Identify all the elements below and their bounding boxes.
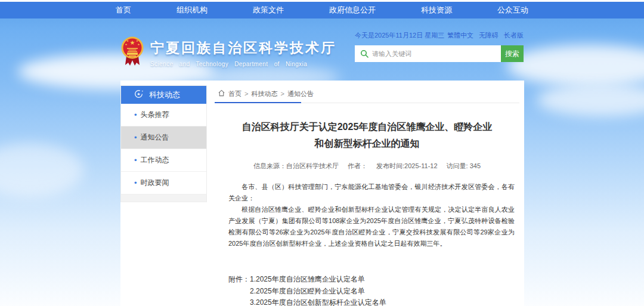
- sidebar-item-label: 时政要闻: [141, 178, 169, 188]
- page: 首页 组织机构 政策文件 政府信息公开 科技资源 公众互动 ★ ★ ★ ★ ★ …: [0, 0, 644, 306]
- sidebar-item-label: 工作动态: [141, 155, 169, 165]
- nav-item-organization[interactable]: 组织机构: [167, 5, 217, 16]
- article-visit-count: 访问量: 345: [447, 162, 481, 169]
- sidebar-item-label: 头条推荐: [141, 110, 169, 120]
- article-source: 信息来源：自治区科学技术厅: [253, 162, 339, 169]
- attachment-link-1[interactable]: 1.2025年度自治区雏鹰企业认定名单: [250, 274, 386, 285]
- home-icon: [218, 89, 225, 98]
- link-accessibility[interactable]: 无障碍: [479, 31, 499, 40]
- sidebar-item-headlines[interactable]: • 头条推荐: [121, 104, 206, 126]
- search-icon: [360, 50, 369, 58]
- star-circle-icon: ★: [134, 89, 143, 100]
- cloud-decoration: [537, 84, 644, 116]
- sidebar-item-label: 通知公告: [141, 132, 169, 143]
- bullet-icon: •: [134, 134, 137, 141]
- language-links: 繁體中文 无障碍 长者版: [447, 31, 524, 40]
- nav-item-public-interaction[interactable]: 公众互动: [488, 5, 538, 16]
- breadcrumb-separator: >: [280, 90, 284, 97]
- svg-text:★: ★: [130, 39, 135, 46]
- cloud-decoration: [507, 45, 644, 86]
- svg-text:★: ★: [137, 43, 140, 46]
- article-author: 作者：: [348, 162, 367, 169]
- breadcrumb-separator: >: [244, 90, 248, 97]
- svg-text:★: ★: [126, 39, 129, 42]
- article-area: 首页 > 科技动态 > 通知公告 自治区科技厅关于认定2025年度自治区雏鹰企业…: [215, 85, 519, 306]
- article-paragraph: 各市、县（区）科技管理部门，宁东能源化工基地管委会，银川经济技术开发区管委会，各…: [228, 181, 515, 204]
- breadcrumb: 首页 > 科技动态 > 通知公告: [215, 85, 519, 102]
- search-bar: 搜索: [355, 45, 524, 62]
- site-name-chinese: 宁夏回族自治区科学技术厅: [150, 39, 336, 57]
- current-date-text: 今天是2025年11月12日 星期三: [355, 31, 444, 40]
- content-panel: ★ 科技动态 • 头条推荐 • 通知公告 • 工作动态 • 时政要闻: [120, 81, 524, 306]
- bullet-icon: •: [134, 111, 137, 119]
- search-input[interactable]: [372, 50, 501, 57]
- cloud-decoration: [0, 143, 83, 197]
- attachment-link-3[interactable]: 3.2025年度自治区创新型标杆企业认定名单: [250, 297, 386, 306]
- nav-item-government-info[interactable]: 政府信息公开: [320, 5, 385, 16]
- top-navigation-bar: 首页 组织机构 政策文件 政府信息公开 科技资源 公众互动: [0, 2, 644, 18]
- nav-item-tech-resources[interactable]: 科技资源: [411, 5, 462, 16]
- search-button[interactable]: 搜索: [501, 45, 524, 62]
- nav-item-home[interactable]: 首页: [106, 5, 141, 16]
- sidebar-item-work-news[interactable]: • 工作动态: [121, 149, 206, 172]
- attachment-link-2[interactable]: 2.2025年度自治区瞪羚企业认定名单: [250, 286, 386, 297]
- attachments-label: 附件：: [228, 274, 250, 306]
- article-title-line2: 和创新型标杆企业的通知: [231, 135, 503, 152]
- sidebar-menu: ★ 科技动态 • 头条推荐 • 通知公告 • 工作动态 • 时政要闻: [120, 85, 207, 202]
- attachments-block: 附件： 1.2025年度自治区雏鹰企业认定名单 2.2025年度自治区瞪羚企业认…: [215, 274, 519, 306]
- link-elderly-version[interactable]: 长者版: [504, 31, 524, 40]
- breadcrumb-tech-news[interactable]: 科技动态: [251, 89, 277, 98]
- site-name-english: Science and Technology Department of Nin…: [150, 61, 336, 67]
- bullet-icon: •: [134, 179, 137, 187]
- sidebar-footer: [121, 194, 206, 202]
- header-right-panel: 今天是2025年11月12日 星期三 繁體中文 无障碍 长者版 搜索: [355, 31, 524, 62]
- sidebar-item-notices[interactable]: • 通知公告: [121, 126, 206, 149]
- national-emblem-logo[interactable]: ★ ★ ★ ★ ★: [120, 34, 144, 71]
- svg-text:★: ★: [137, 92, 140, 96]
- article-title-line1: 自治区科技厅关于认定2025年度自治区雏鹰企业、瞪羚企业: [231, 119, 503, 135]
- nav-item-policy-documents[interactable]: 政策文件: [243, 5, 293, 16]
- site-title-block: 宁夏回族自治区科学技术厅 Science and Technology Depa…: [150, 39, 336, 67]
- sidebar-title: 科技动态: [149, 89, 180, 100]
- breadcrumb-home[interactable]: 首页: [228, 89, 242, 98]
- article-body: 各市、县（区）科技管理部门，宁东能源化工基地管委会，银川经济技术开发区管委会，各…: [215, 181, 519, 249]
- article-meta: 信息来源：自治区科学技术厅 作者： 发布时间:2025-11-12 访问量: 3…: [215, 162, 519, 171]
- sidebar-item-current-politics[interactable]: • 时政要闻: [121, 172, 206, 194]
- bullet-icon: •: [134, 156, 137, 164]
- breadcrumb-divider: [215, 102, 519, 103]
- article-paragraph: 根据自治区雏鹰企业、瞪羚企业和创新型标杆企业认定管理有关规定，决定认定半亩良人农…: [228, 204, 515, 249]
- national-emblem-icon: ★ ★ ★ ★ ★: [120, 34, 144, 69]
- breadcrumb-notices[interactable]: 通知公告: [287, 89, 314, 98]
- article-publish-time: 发布时间:2025-11-12: [376, 162, 438, 169]
- svg-text:★: ★: [136, 39, 138, 42]
- svg-text:★: ★: [125, 43, 127, 46]
- link-traditional-chinese[interactable]: 繁體中文: [447, 31, 473, 40]
- sidebar-header-tech-news[interactable]: ★ 科技动态: [121, 86, 206, 104]
- breadcrumb-divider-accent: [215, 102, 301, 103]
- article-title: 自治区科技厅关于认定2025年度自治区雏鹰企业、瞪羚企业 和创新型标杆企业的通知: [215, 119, 519, 152]
